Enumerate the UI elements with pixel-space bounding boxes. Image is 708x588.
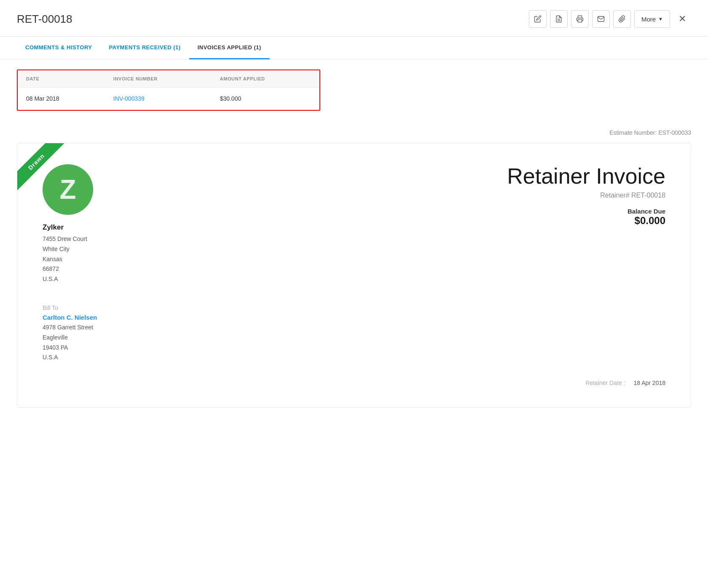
page-title: RET-00018 [17, 13, 72, 26]
table-header-row: DATE INVOICE NUMBER AMOUNT APPLIED [18, 70, 319, 88]
retainer-date-row: Retainer Date : 18 Apr 2018 [43, 380, 665, 386]
more-label: More [641, 16, 656, 23]
retainer-date-value: 18 Apr 2018 [633, 380, 665, 386]
bill-to-name[interactable]: Carlton C. Nielsen [43, 314, 665, 321]
attach-button[interactable] [613, 10, 631, 28]
retainer-date-item: Retainer Date : 18 Apr 2018 [585, 380, 665, 386]
col-header-invoice-number: INVOICE NUMBER [105, 70, 212, 88]
invoice-card: Drawn Z Zylker 7455 Drew Court White Cit… [17, 143, 691, 408]
invoice-title: Retainer Invoice [507, 164, 665, 188]
retainer-number: Retainer# RET-00018 [507, 192, 665, 199]
tab-invoices[interactable]: INVOICES APPLIED (1) [189, 37, 270, 59]
email-button[interactable] [592, 10, 610, 28]
email-icon [597, 15, 605, 23]
balance-due-label: Balance Due [507, 208, 665, 215]
edit-icon [534, 15, 542, 23]
bill-to-address-line3: 19403 PA [43, 343, 665, 353]
bill-to-label: Bill To [43, 305, 665, 311]
print-button[interactable] [571, 10, 589, 28]
company-address-line3: Kansas [43, 254, 93, 265]
close-icon: ✕ [678, 13, 686, 24]
company-address-line2: White City [43, 244, 93, 254]
cell-date: 08 Mar 2018 [18, 88, 105, 110]
company-address-line4: 66872 [43, 264, 93, 274]
company-address: 7455 Drew Court White City Kansas 66872 … [43, 234, 93, 284]
tab-payments[interactable]: PAYMENTS RECEIVED (1) [101, 37, 189, 59]
page-header: RET-00018 [0, 0, 708, 37]
attach-icon [618, 15, 626, 23]
company-info: Zylker 7455 Drew Court White City Kansas… [43, 223, 93, 284]
bill-to-address-line1: 4978 Garrett Street [43, 323, 665, 333]
ribbon-wrapper: Drawn [17, 143, 72, 198]
chevron-down-icon: ▼ [658, 16, 663, 21]
print-icon [576, 15, 584, 23]
pdf-icon [555, 15, 563, 23]
invoices-table-wrapper: DATE INVOICE NUMBER AMOUNT APPLIED 08 Ma… [17, 69, 320, 111]
invoices-section: DATE INVOICE NUMBER AMOUNT APPLIED 08 Ma… [0, 59, 708, 121]
pdf-button[interactable] [550, 10, 568, 28]
more-button[interactable]: More ▼ [634, 10, 670, 28]
tab-comments[interactable]: COMMENTS & HISTORY [17, 37, 101, 59]
bill-to-section: Bill To Carlton C. Nielsen 4978 Garrett … [43, 305, 665, 363]
company-address-line1: 7455 Drew Court [43, 234, 93, 244]
estimate-number: Estimate Number: EST-000033 [17, 129, 691, 136]
table-row: 08 Mar 2018 INV-000339 $30.000 [18, 88, 319, 110]
close-button[interactable]: ✕ [673, 10, 691, 28]
balance-due-block: Balance Due $0.000 [507, 208, 665, 227]
col-header-amount-applied: AMOUNT APPLIED [212, 70, 319, 88]
invoices-table: DATE INVOICE NUMBER AMOUNT APPLIED 08 Ma… [18, 70, 319, 110]
invoice-title-block: Retainer Invoice Retainer# RET-00018 Bal… [507, 164, 665, 227]
bill-to-address-line4: U.S.A [43, 353, 665, 363]
header-actions: More ▼ ✕ [529, 10, 691, 28]
balance-due-amount: $0.000 [507, 215, 665, 227]
cell-invoice-number[interactable]: INV-000339 [105, 88, 212, 110]
document-area: Estimate Number: EST-000033 Drawn Z Zylk… [0, 121, 708, 425]
retainer-date-label: Retainer Date : [585, 380, 625, 386]
company-address-line5: U.S.A [43, 274, 93, 284]
status-ribbon: Drawn [17, 143, 65, 190]
cell-amount-applied: $30.000 [212, 88, 319, 110]
edit-button[interactable] [529, 10, 547, 28]
invoice-header-row: Z Zylker 7455 Drew Court White City Kans… [43, 164, 665, 284]
bill-to-address-line2: Eagleville [43, 333, 665, 343]
tabs-bar: COMMENTS & HISTORY PAYMENTS RECEIVED (1)… [0, 37, 708, 59]
svg-rect-2 [578, 20, 582, 22]
col-header-date: DATE [18, 70, 105, 88]
bill-to-address: 4978 Garrett Street Eagleville 19403 PA … [43, 323, 665, 363]
company-name: Zylker [43, 223, 93, 232]
